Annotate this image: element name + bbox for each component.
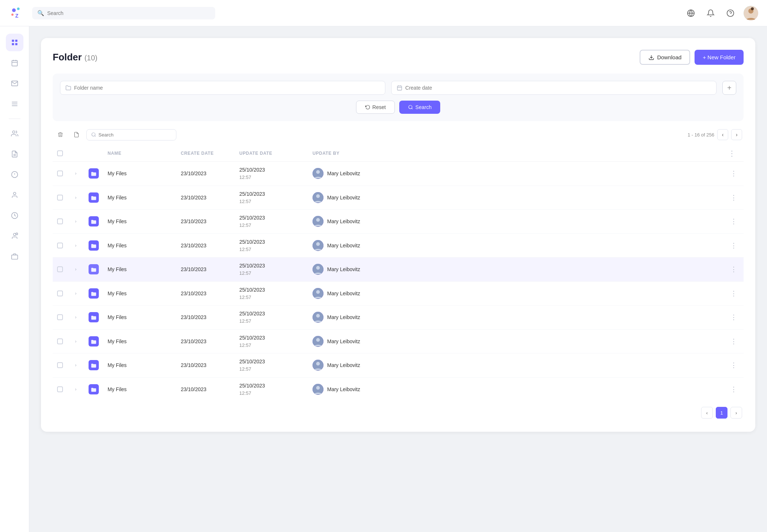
bottom-page-1[interactable]: 1 [716,407,727,419]
search-filter-button[interactable]: Search [399,101,440,114]
row-options-button-8[interactable]: ⋮ [728,336,739,347]
top-search-input[interactable] [47,10,210,16]
sidebar-divider-1 [9,119,20,119]
sidebar-item-finance[interactable] [6,207,23,224]
sidebar-item-people[interactable] [6,125,23,142]
table-search-bar[interactable] [86,129,176,141]
filter-inputs-row: + [60,81,736,95]
export-toolbar-button[interactable] [70,128,83,141]
table-row: › My Files 23/10/2023 25/10/2023 12:57 [53,233,744,258]
sidebar-item-team[interactable] [6,186,23,204]
sidebar-item-document[interactable] [6,145,23,163]
updated-by-6: Mary Leibovitz [308,281,724,306]
top-search-bar[interactable]: 🔍 [32,7,215,19]
updated-by-10: Mary Leibovitz [308,377,724,401]
bottom-next-button[interactable]: › [730,407,742,419]
create-date-1: 23/10/2023 [176,162,235,186]
folder-name-input[interactable] [74,85,380,91]
row-checkbox-7[interactable] [57,314,63,320]
folder-name-6: My Files [103,281,176,306]
svg-point-32 [16,233,18,235]
prev-page-button[interactable]: ‹ [717,129,728,140]
new-folder-button[interactable]: + New Folder [695,50,744,65]
user-avatar[interactable] [744,6,758,20]
add-filter-button[interactable]: + [722,81,736,95]
table-row: › My Files 23/10/2023 25/10/2023 12:57 [53,329,744,353]
update-date-1: 25/10/2023 12:57 [235,162,308,186]
row-checkbox-3[interactable] [57,218,63,224]
expand-row-button-1[interactable]: › [72,169,80,177]
row-options-button-2[interactable]: ⋮ [728,192,739,203]
delete-toolbar-button[interactable] [54,128,67,141]
svg-point-62 [316,386,320,390]
row-options-button-1[interactable]: ⋮ [728,168,739,179]
expand-row-button-5[interactable]: › [72,265,80,273]
sidebar-item-user-settings[interactable] [6,227,23,245]
expand-row-button-6[interactable]: › [72,289,80,297]
row-options-button-3[interactable]: ⋮ [728,216,739,227]
next-page-button[interactable]: › [731,129,742,140]
select-all-checkbox[interactable] [57,150,63,156]
folder-icon-5 [89,264,99,274]
expand-row-button-10[interactable]: › [72,385,80,393]
col-header-create: CREATE DATE [176,145,235,162]
sidebar-item-grid[interactable] [6,34,23,51]
help-icon-button[interactable] [724,7,737,20]
row-checkbox-2[interactable] [57,195,63,201]
table-options-button[interactable]: ⋮ [728,149,736,158]
sidebar-item-list[interactable] [6,95,23,113]
expand-row-button-9[interactable]: › [72,361,80,369]
expand-row-button-8[interactable]: › [72,337,80,345]
create-date-9: 23/10/2023 [176,353,235,378]
svg-point-11 [751,7,754,10]
update-date-9: 25/10/2023 12:57 [235,353,308,378]
sidebar-item-extensions[interactable] [6,248,23,265]
row-checkbox-9[interactable] [57,362,63,368]
updater-avatar-7 [313,312,323,323]
top-navigation: Z 🔍 [0,0,767,26]
expand-row-button-2[interactable]: › [72,194,80,202]
download-button[interactable]: Download [640,50,691,65]
row-options-button-4[interactable]: ⋮ [728,240,739,251]
row-checkbox-4[interactable] [57,243,63,248]
row-options-button-9[interactable]: ⋮ [728,360,739,371]
create-date-input[interactable] [405,85,711,91]
app-logo[interactable]: Z [9,5,25,21]
folder-name-7: My Files [103,306,176,330]
notification-icon-button[interactable] [704,7,717,20]
svg-rect-13 [15,40,17,42]
create-date-8: 23/10/2023 [176,329,235,353]
folder-name-5: My Files [103,258,176,282]
row-checkbox-8[interactable] [57,338,63,344]
row-options-button-10[interactable]: ⋮ [728,384,739,395]
table-row: › My Files 23/10/2023 25/10/2023 12:57 [53,186,744,210]
bottom-prev-button[interactable]: ‹ [701,407,713,419]
globe-icon-button[interactable] [684,7,697,20]
row-options-button-6[interactable]: ⋮ [728,288,739,299]
sidebar-item-mail[interactable] [6,75,23,92]
folder-name-filter[interactable] [60,81,385,95]
row-checkbox-10[interactable] [57,386,63,392]
updated-by-1: Mary Leibovitz [308,162,724,186]
table-toolbar: 1 - 16 of 256 ‹ › [53,128,744,141]
nav-actions [684,6,758,20]
row-options-button-7[interactable]: ⋮ [728,312,739,323]
row-checkbox-5[interactable] [57,266,63,272]
svg-point-44 [316,170,320,174]
expand-row-button-4[interactable]: › [72,241,80,250]
create-date-filter[interactable] [391,81,717,95]
col-header-check [53,145,67,162]
reset-button[interactable]: Reset [356,101,395,114]
sidebar-item-calendar[interactable] [6,54,23,72]
row-checkbox-1[interactable] [57,171,63,176]
sidebar-item-pricing[interactable] [6,166,23,183]
table-search-input[interactable] [98,132,172,138]
expand-row-button-3[interactable]: › [72,217,80,225]
expand-row-button-7[interactable]: › [72,313,80,321]
row-options-button-5[interactable]: ⋮ [728,264,739,275]
svg-text:Z: Z [15,13,19,19]
row-checkbox-6[interactable] [57,291,63,296]
svg-point-60 [316,362,320,366]
updated-by-9: Mary Leibovitz [308,353,724,378]
table-row: › My Files 23/10/2023 25/10/2023 12:57 [53,258,744,282]
